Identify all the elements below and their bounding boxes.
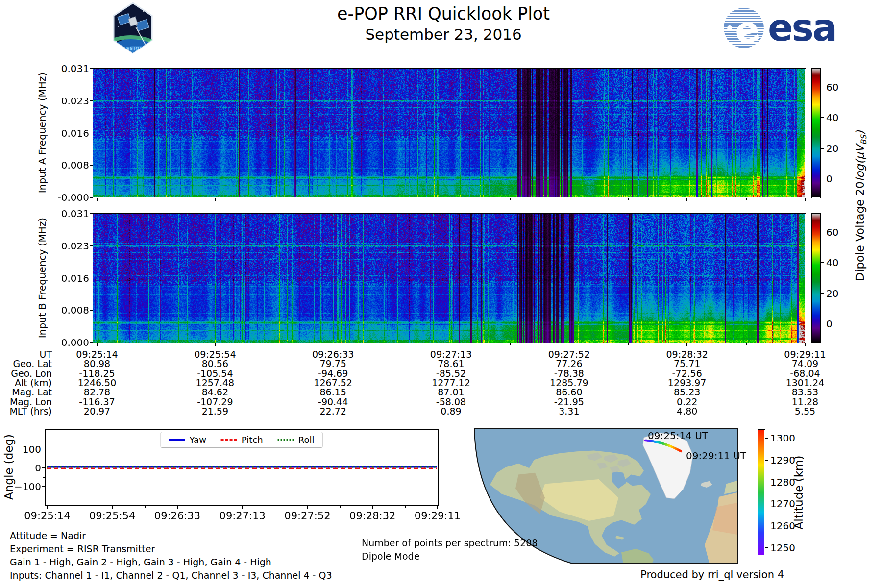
colorbar-a-tick-label: 40 bbox=[826, 112, 838, 123]
spectrogram-a-canvas bbox=[93, 69, 805, 197]
panel-b-xtick-mark bbox=[215, 343, 216, 346]
attitude-xminor-mark bbox=[275, 506, 275, 508]
panel-a-ytick-mark bbox=[90, 133, 93, 134]
table-cell: 20.97 bbox=[84, 406, 110, 416]
table-cell: 4.80 bbox=[677, 406, 697, 416]
table-cell: 5.55 bbox=[795, 406, 815, 416]
legend-yaw-line-icon bbox=[169, 439, 185, 441]
panel-a-xtick-mark bbox=[333, 198, 334, 201]
spectrogram-b-canvas bbox=[93, 214, 805, 343]
esa-globe-letter: e bbox=[730, 8, 764, 48]
annotation-left-line: Inputs: Channel 1 - I1, Channel 2 - Q1, … bbox=[10, 570, 332, 581]
panel-b-ytick-mark bbox=[90, 245, 93, 246]
attitude-ytick-mark bbox=[42, 467, 45, 468]
panel-a-ytick-label: 0.008 bbox=[52, 159, 89, 171]
panel-a-xminor-mark bbox=[510, 198, 511, 200]
colorbar-label-math: log(μV bbox=[854, 145, 866, 181]
panel-b-ytick-mark bbox=[90, 213, 93, 214]
altitude-tick-label: 1300 bbox=[770, 432, 795, 444]
attitude-xminor-mark bbox=[340, 506, 341, 508]
table-cell: 21.59 bbox=[202, 406, 228, 416]
panel-b-xtick-mark bbox=[569, 343, 570, 346]
attitude-yminor-mark bbox=[43, 459, 45, 459]
altitude-tick-label: 1280 bbox=[770, 476, 795, 488]
panel-b-ytick-label: -0.000 bbox=[52, 337, 89, 348]
legend-roll-line-icon bbox=[278, 439, 294, 441]
attitude-ytick-mark bbox=[42, 449, 45, 450]
track-start-label: 09:25:14 UT bbox=[648, 430, 708, 441]
panel-a-xtick-mark bbox=[805, 198, 806, 201]
panel-b-xminor-mark bbox=[392, 343, 392, 345]
panel-a-xtick-mark bbox=[569, 198, 570, 201]
spectrogram-b-frame bbox=[93, 213, 806, 343]
panel-b-xminor-mark bbox=[156, 343, 156, 345]
colorbar-label-suffix: ) bbox=[854, 130, 866, 135]
attitude-xtick-label: 09:25:54 bbox=[89, 510, 135, 522]
esa-wordmark: esa bbox=[768, 9, 836, 47]
legend-label: Yaw bbox=[190, 435, 206, 445]
panel-a-ytick-label: 0.031 bbox=[52, 63, 89, 74]
attitude-xtick-label: 09:29:11 bbox=[415, 510, 461, 522]
spectrogram-a-frame bbox=[93, 68, 806, 198]
altitude-tick-label: 1290 bbox=[770, 454, 795, 466]
panel-a-ytick-mark bbox=[90, 197, 93, 198]
colorbar-b-tick-mark bbox=[821, 293, 824, 294]
altitude-tick-label: 1250 bbox=[770, 542, 795, 554]
attitude-yminor-mark bbox=[43, 477, 45, 478]
panel-b-xtick-mark bbox=[451, 343, 452, 346]
esa-globe-dot-icon bbox=[727, 25, 732, 30]
altitude-tick-mark bbox=[765, 460, 768, 461]
quicklook-plot-page: CASSIOPE e-POP RRI Quicklook Plot Septem… bbox=[0, 0, 882, 588]
colorbar-a-tick-mark bbox=[821, 117, 824, 118]
colorbar-b-tick-label: 0 bbox=[826, 318, 833, 330]
attitude-xtick-mark bbox=[47, 506, 48, 509]
attitude-xtick-label: 09:26:33 bbox=[154, 510, 200, 522]
esa-globe-icon: e bbox=[724, 8, 764, 48]
panel-b-ytick-label: 0.031 bbox=[52, 208, 89, 220]
attitude-xminor-mark bbox=[210, 506, 210, 508]
altitude-tick-label: 1270 bbox=[770, 498, 795, 510]
panel-b-ytick-label: 0.008 bbox=[52, 304, 89, 316]
panel-a-ytick-label: 0.016 bbox=[52, 127, 89, 139]
panel-a-xtick-mark bbox=[97, 198, 98, 201]
panel-a-ytick-label: 0.023 bbox=[52, 95, 89, 107]
panel-a-xtick-mark bbox=[215, 198, 216, 201]
altitude-tick-mark bbox=[765, 504, 768, 505]
altitude-tick-mark bbox=[765, 438, 768, 439]
panel-b-ylabel: Input B Frequency (MHz) bbox=[36, 218, 48, 338]
attitude-xtick-label: 09:28:32 bbox=[349, 510, 395, 522]
table-cell: 3.31 bbox=[559, 406, 579, 416]
panel-a-xminor-mark bbox=[392, 198, 392, 200]
table-cell: 22.72 bbox=[319, 406, 346, 416]
attitude-legend: YawPitchRoll bbox=[161, 432, 323, 448]
colorbar-a-tick-mark bbox=[821, 148, 824, 149]
colorbar-a-tick-label: 0 bbox=[826, 173, 833, 185]
altitude-colorbar-frame bbox=[758, 429, 765, 556]
colorbar-b-tick-mark bbox=[821, 232, 824, 233]
altitude-tick-label: 1260 bbox=[770, 520, 795, 532]
panel-a-ytick-mark bbox=[90, 165, 93, 166]
panel-a-ytick-label: -0.000 bbox=[52, 192, 89, 203]
legend-item-roll: Roll bbox=[278, 435, 315, 445]
attitude-xtick-mark bbox=[437, 506, 438, 509]
annotation-left-line: Gain 1 - High, Gain 2 - High, Gain 3 - H… bbox=[10, 557, 271, 567]
panel-a-xtick-mark bbox=[451, 198, 452, 201]
attitude-xminor-mark bbox=[80, 506, 80, 508]
altitude-tick-mark bbox=[765, 526, 768, 527]
attitude-xtick-mark bbox=[307, 506, 308, 509]
legend-item-pitch: Pitch bbox=[221, 435, 263, 445]
colorbar-label-prefix: Dipole Voltage 20 bbox=[854, 181, 866, 281]
altitude-colorbar-label: Altitude (km) bbox=[792, 456, 805, 530]
panel-b-ytick-mark bbox=[90, 278, 93, 279]
page-title: e-POP RRI Quicklook Plot bbox=[337, 4, 550, 24]
panel-a-xminor-mark bbox=[156, 198, 156, 200]
legend-pitch-line-icon bbox=[221, 439, 237, 441]
colorbar-label-subscript: BS bbox=[859, 135, 868, 145]
panel-b-xminor-mark bbox=[510, 343, 511, 345]
attitude-ytick-mark bbox=[42, 486, 45, 487]
track-end-label: 09:29:11 UT bbox=[686, 450, 746, 462]
annotation-left-line: Experiment = RISR Transmitter bbox=[10, 543, 155, 554]
legend-label: Roll bbox=[298, 435, 315, 445]
panel-b-ytick-label: 0.023 bbox=[52, 240, 89, 252]
altitude-tick-mark bbox=[765, 547, 768, 548]
